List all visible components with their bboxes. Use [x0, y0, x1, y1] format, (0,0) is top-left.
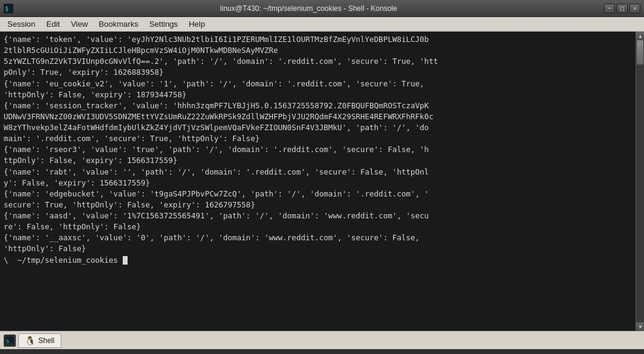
scrollbar-thumb[interactable]: [637, 40, 643, 64]
menu-view[interactable]: View: [66, 18, 93, 30]
tab-shell[interactable]: 🐧 Shell: [18, 333, 61, 348]
scrollbar[interactable]: ▲ ▼: [635, 32, 644, 331]
terminal-area[interactable]: {'name': 'token', 'value': 'eyJhY2Nlc3NU…: [0, 32, 644, 331]
penguin-icon: 🐧: [25, 336, 35, 345]
terminal-output: {'name': 'token', 'value': 'eyJhY2Nlc3NU…: [0, 32, 635, 331]
minimize-button[interactable]: ─: [604, 4, 615, 13]
menu-edit[interactable]: Edit: [41, 18, 64, 30]
menu-help[interactable]: Help: [184, 18, 210, 30]
titlebar: $ linux@T430: ~/tmp/selenium_cookies - S…: [0, 0, 644, 17]
app-icon: $: [4, 4, 13, 13]
svg-text:$_: $_: [6, 338, 13, 344]
window-controls: ─ □ ✕: [604, 4, 640, 13]
menu-session[interactable]: Session: [2, 18, 40, 30]
scroll-down-button[interactable]: ▼: [636, 322, 644, 331]
scroll-up-button[interactable]: ▲: [636, 32, 644, 40]
tab-icon-area: $_: [4, 335, 16, 347]
prompt: \ ~/tmp/selenium_cookies: [4, 255, 123, 265]
cursor: [123, 256, 128, 265]
menu-settings[interactable]: Settings: [145, 18, 183, 30]
tab-label: Shell: [38, 336, 55, 345]
terminal-icon: $_: [4, 335, 16, 347]
close-button[interactable]: ✕: [629, 4, 640, 13]
maximize-button[interactable]: □: [617, 4, 628, 13]
window-title: linux@T430: ~/tmp/selenium_cookies - She…: [17, 4, 600, 13]
svg-text:$: $: [5, 5, 9, 12]
scrollbar-track[interactable]: [636, 40, 644, 322]
menubar: Session Edit View Bookmarks Settings Hel…: [0, 17, 644, 32]
menu-bookmarks[interactable]: Bookmarks: [94, 18, 143, 30]
tabbar: $_ 🐧 Shell: [0, 331, 644, 349]
